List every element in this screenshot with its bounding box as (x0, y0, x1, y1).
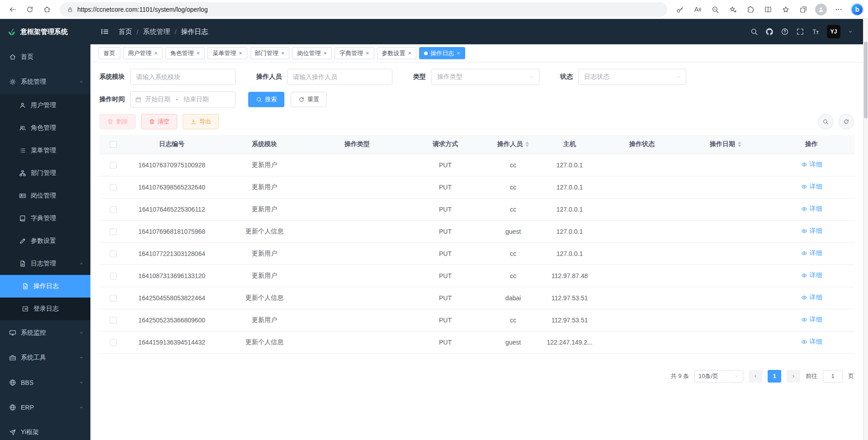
col-operator[interactable]: 操作人员 (488, 135, 538, 154)
breadcrumb-system[interactable]: 系统管理 (143, 28, 170, 36)
user-avatar-logo[interactable]: YJ (827, 25, 840, 38)
tab-close-icon[interactable] (154, 50, 158, 56)
sidebar-item-log-mgmt[interactable]: 日志管理 (0, 252, 90, 275)
menu-fold-icon[interactable] (100, 27, 109, 36)
detail-link[interactable]: 详细 (801, 183, 822, 191)
sidebar-item-post-mgmt[interactable]: 岗位管理 (0, 185, 90, 207)
breadcrumb-home[interactable]: 首页 (118, 28, 132, 36)
tab-post-mgmt[interactable]: 岗位管理 (292, 47, 332, 59)
select-all-checkbox[interactable] (110, 141, 117, 148)
status-select[interactable]: 日志状态 (578, 69, 686, 85)
back-icon[interactable] (5, 1, 21, 18)
show-search-button[interactable] (818, 114, 833, 129)
sort-icons[interactable] (738, 142, 741, 147)
address-bar[interactable]: https://ccnetcore.com:1101/system/log/op… (60, 2, 667, 17)
row-checkbox[interactable] (110, 251, 117, 257)
add-favorite-icon[interactable] (725, 1, 741, 18)
col-date[interactable]: 操作日期 (683, 135, 769, 154)
sidebar-item-oper-log[interactable]: 操作日志 (0, 275, 90, 298)
detail-link[interactable]: 详细 (801, 293, 822, 302)
module-input[interactable] (130, 69, 236, 85)
tab-menu-mgmt[interactable]: 菜单管理 (208, 47, 247, 59)
detail-link[interactable]: 详细 (801, 249, 822, 257)
tab-dept-mgmt[interactable]: 部门管理 (250, 47, 290, 59)
scrollbar-thumb[interactable] (864, 42, 868, 118)
search-icon[interactable] (750, 28, 758, 36)
profile-icon[interactable] (815, 4, 827, 15)
sidebar-item-menu-mgmt[interactable]: 菜单管理 (0, 139, 90, 162)
tab-close-icon[interactable] (239, 50, 242, 56)
detail-link[interactable]: 详细 (801, 316, 822, 324)
detail-link[interactable]: 详细 (801, 338, 822, 346)
caret-down-icon[interactable] (848, 29, 853, 34)
search-button[interactable]: 搜索 (248, 92, 284, 107)
sidebar-item-param-settings[interactable]: 参数设置 (0, 230, 90, 252)
tab-close-icon[interactable] (457, 50, 460, 56)
more-icon[interactable] (830, 1, 847, 18)
sidebar-item-system-tools[interactable]: 系统工具 (0, 345, 90, 370)
split-screen-icon[interactable] (760, 1, 776, 18)
detail-link[interactable]: 详细 (801, 205, 822, 213)
sidebar-item-dept-mgmt[interactable]: 部门管理 (0, 162, 90, 185)
refresh-icon[interactable] (22, 1, 38, 18)
row-checkbox[interactable] (110, 206, 117, 213)
fullscreen-icon[interactable] (796, 28, 804, 36)
password-key-icon[interactable] (672, 1, 688, 18)
tab-close-icon[interactable] (281, 50, 285, 56)
clear-button[interactable]: 清空 (141, 114, 177, 129)
home-icon[interactable] (39, 1, 55, 18)
row-checkbox[interactable] (110, 162, 117, 169)
row-checkbox[interactable] (110, 228, 117, 235)
detail-link[interactable]: 详细 (801, 271, 822, 279)
sidebar-item-system-mgmt[interactable]: 系统管理 (0, 69, 90, 94)
help-icon[interactable] (781, 28, 789, 36)
sidebar-item-dict-mgmt[interactable]: 字典管理 (0, 207, 90, 230)
sidebar-item-role-mgmt[interactable]: 角色管理 (0, 117, 90, 139)
prev-page-button[interactable] (749, 370, 762, 383)
zoom-out-icon[interactable] (707, 1, 723, 18)
collections-icon[interactable] (795, 1, 811, 18)
sidebar-item-erp[interactable]: ERP (0, 395, 90, 420)
font-size-icon[interactable] (811, 28, 820, 36)
read-aloud-icon[interactable] (689, 1, 706, 18)
row-checkbox[interactable] (110, 273, 117, 279)
sort-icons[interactable] (525, 142, 529, 147)
detail-link[interactable]: 详细 (801, 161, 822, 169)
tab-home[interactable]: 首页 (99, 47, 120, 59)
detail-link[interactable]: 详细 (801, 227, 822, 235)
tab-close-icon[interactable] (197, 50, 200, 56)
sidebar-item-user-mgmt[interactable]: 用户管理 (0, 94, 90, 117)
tab-param-settings[interactable]: 参数设置 (377, 47, 417, 59)
refresh-table-button[interactable] (839, 114, 854, 129)
page-size-select[interactable]: 10条/页 (694, 370, 743, 383)
row-checkbox[interactable] (110, 184, 117, 191)
goto-page-input[interactable] (823, 370, 843, 383)
tab-close-icon[interactable] (408, 50, 412, 56)
sidebar-item-bbs[interactable]: BBS (0, 370, 90, 395)
tab-dict-mgmt[interactable]: 字典管理 (335, 47, 374, 59)
sidebar-item-login-log[interactable]: 登录日志 (0, 298, 90, 320)
sidebar-item-yi-framework[interactable]: Yi框架 (0, 420, 90, 440)
tab-user-mgmt[interactable]: 用户管理 (123, 47, 163, 59)
sidebar-item-home[interactable]: 首页 (0, 44, 90, 69)
row-checkbox[interactable] (110, 317, 117, 324)
bing-icon[interactable]: b (851, 3, 863, 16)
row-checkbox[interactable] (110, 295, 117, 302)
reset-button[interactable]: 重置 (291, 92, 327, 107)
page-number-1[interactable]: 1 (768, 370, 781, 383)
export-button[interactable]: 导出 (183, 114, 219, 129)
type-select[interactable]: 操作类型 (431, 69, 539, 85)
row-checkbox[interactable] (110, 339, 117, 346)
next-page-button[interactable] (787, 370, 800, 383)
date-range-picker[interactable]: 开始日期 - 结束日期 (130, 91, 236, 108)
operator-input[interactable] (287, 69, 392, 85)
tab-oper-log[interactable]: 操作日志 (419, 47, 465, 59)
extensions-icon[interactable] (742, 1, 759, 18)
delete-button[interactable]: 删除 (99, 114, 136, 129)
tab-close-icon[interactable] (366, 50, 369, 56)
page-scrollbar[interactable] (863, 19, 868, 440)
sidebar-item-system-monitor[interactable]: 系统监控 (0, 320, 90, 345)
tab-role-mgmt[interactable]: 角色管理 (165, 47, 205, 59)
github-icon[interactable] (765, 28, 774, 36)
tab-close-icon[interactable] (323, 50, 327, 56)
